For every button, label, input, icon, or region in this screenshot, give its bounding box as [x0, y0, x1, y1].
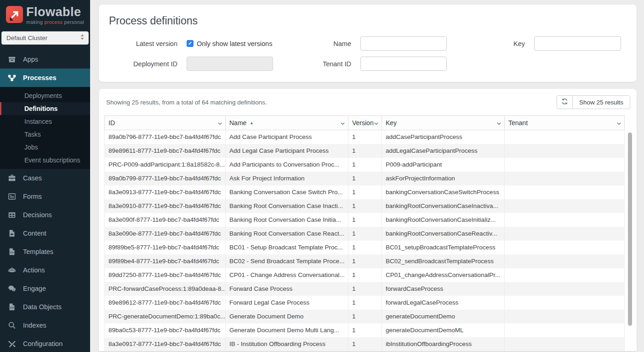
table-row[interactable]: 89dd7250-8777-11e9-bbc7-ba4fd4f67fdcCP01…	[105, 268, 625, 282]
cell-version[interactable]: 1	[348, 144, 382, 158]
sidebar-subitem-deployments[interactable]: Deployments	[0, 89, 90, 102]
cell-id[interactable]: 89ba0c53-8777-11e9-bbc7-ba4fd4f67fdc	[105, 323, 226, 337]
table-row[interactable]: PRC-generateDocumentDemo:1:89ba0c...Gene…	[105, 310, 625, 323]
sidebar-item-cases[interactable]: Cases	[0, 169, 90, 187]
column-header-id[interactable]: ID	[105, 116, 226, 130]
cell-tenant[interactable]	[505, 172, 625, 185]
cell-tenant[interactable]	[505, 268, 625, 282]
sidebar-item-configuration[interactable]: Configuration	[0, 335, 90, 352]
sidebar-subitem-tasks[interactable]: Tasks	[0, 128, 90, 141]
cell-version[interactable]: 1	[348, 241, 382, 254]
cell-version[interactable]: 1	[348, 282, 382, 296]
table-row[interactable]: 89f89be5-8777-11e9-bbc7-ba4fd4f67fdcBC01…	[105, 241, 625, 254]
cell-name[interactable]: Forward Case Process	[226, 282, 348, 296]
table-row[interactable]: PRC-P009-addParticipant:1:8a18582c-8...A…	[105, 158, 625, 172]
table-row[interactable]: 89ba0c53-8777-11e9-bbc7-ba4fd4f67fdcGene…	[105, 323, 625, 337]
cell-name[interactable]: IB - Institution Offboarding Process	[226, 337, 348, 351]
cell-version[interactable]: 1	[348, 199, 382, 213]
cell-tenant[interactable]	[505, 144, 625, 158]
cell-tenant[interactable]	[505, 337, 625, 351]
table-row[interactable]: 8a3e0913-8777-11e9-bbc7-ba4fd4f67fdcBank…	[105, 185, 625, 199]
cell-id[interactable]: PRC-P009-addParticipant:1:8a18582c-8...	[105, 158, 226, 172]
cell-name[interactable]: Add Participants to Conversation Proc...	[226, 158, 348, 172]
cell-name[interactable]: CP01 - Change Address Conversational...	[226, 268, 348, 282]
cell-tenant[interactable]	[505, 323, 625, 337]
cell-key[interactable]: addCaseParticipantProcess	[382, 130, 505, 144]
cell-name[interactable]: Banking Root Conversation Case Inacti...	[226, 199, 348, 213]
cell-id[interactable]: 8a3e0917-8777-11e9-bbc7-ba4fd4f67fdc	[105, 337, 226, 351]
cell-key[interactable]: BC02_sendBroadcastTemplateProcess	[382, 254, 505, 268]
cell-version[interactable]: 1	[348, 337, 382, 351]
cell-name[interactable]: Forward Legal Case Process	[226, 296, 348, 310]
cell-version[interactable]: 1	[348, 268, 382, 282]
refresh-button[interactable]	[557, 95, 573, 109]
cell-tenant[interactable]	[505, 282, 625, 296]
sidebar-item-indexes[interactable]: Indexes	[0, 316, 90, 335]
cell-id[interactable]: 8a3e0910-8777-11e9-bbc7-ba4fd4f67fdc	[105, 199, 226, 213]
table-row[interactable]: 8a3e0910-8777-11e9-bbc7-ba4fd4f67fdcBank…	[105, 199, 625, 213]
cell-version[interactable]: 1	[348, 185, 382, 199]
cell-tenant[interactable]	[505, 241, 625, 254]
cell-key[interactable]: forwardLegalCaseProcess	[382, 296, 505, 310]
show-results-button[interactable]: Show 25 results	[572, 95, 630, 109]
cell-id[interactable]: 89f89be4-8777-11e9-bbc7-ba4fd4f67fdc	[105, 254, 226, 268]
key-input[interactable]	[534, 36, 621, 51]
name-input[interactable]	[360, 36, 447, 51]
cell-name[interactable]: Generate Document Demo	[226, 310, 348, 323]
cell-id[interactable]: 89a0b799-8777-11e9-bbc7-ba4fd4f67fdc	[105, 172, 226, 185]
latest-version-checkbox[interactable]: ✓	[187, 40, 194, 47]
cell-name[interactable]: Generate Document Demo Multi Lang...	[226, 323, 348, 337]
cell-id[interactable]: 89dd7250-8777-11e9-bbc7-ba4fd4f67fdc	[105, 268, 226, 282]
column-header-key[interactable]: Key	[382, 116, 505, 130]
cell-tenant[interactable]	[505, 213, 625, 227]
sidebar-item-actions[interactable]: Actions	[0, 261, 90, 279]
sidebar-item-data-objects[interactable]: Data Objects	[0, 298, 90, 316]
column-header-name[interactable]: Name▲	[226, 116, 348, 130]
sidebar-item-content[interactable]: Content	[0, 224, 90, 242]
table-row[interactable]: 89a0b796-8777-11e9-bbc7-ba4fd4f67fdcAdd …	[105, 130, 625, 144]
cell-tenant[interactable]	[505, 185, 625, 199]
cell-tenant[interactable]	[505, 227, 625, 241]
cell-id[interactable]: 8a3e0913-8777-11e9-bbc7-ba4fd4f67fdc	[105, 185, 226, 199]
cell-name[interactable]: Ask For Project Information	[226, 172, 348, 185]
cell-key[interactable]: bankingConversationCaseSwitchProcess	[382, 185, 505, 199]
cell-name[interactable]: Add Case Participant Process	[226, 130, 348, 144]
cell-key[interactable]: bankingRootConversationCaseReactiv...	[382, 227, 505, 241]
cell-version[interactable]: 1	[348, 227, 382, 241]
cell-key[interactable]: askForProjectInformation	[382, 172, 505, 185]
cell-tenant[interactable]	[505, 199, 625, 213]
cell-key[interactable]: bankingRootConversationCaseInactiva...	[382, 199, 505, 213]
cell-id[interactable]: 8a3e090f-8777-11e9-bbc7-ba4fd4f67fdc	[105, 213, 226, 227]
cell-name[interactable]: BC02 - Send Broadcast Template Proce...	[226, 254, 348, 268]
cell-key[interactable]: ibInstitutionOffboardingProcess	[382, 337, 505, 351]
cell-name[interactable]: Banking Root Conversation Case Initia...	[226, 213, 348, 227]
cell-id[interactable]: PRC-forwardCaseProcess:1:89a0deaa-8...	[105, 282, 226, 296]
cell-id[interactable]: 89e89611-8777-11e9-bbc7-ba4fd4f67fdc	[105, 144, 226, 158]
cell-key[interactable]: forwardCaseProcess	[382, 282, 505, 296]
sidebar-item-apps[interactable]: Apps	[0, 50, 90, 69]
sidebar-item-engage[interactable]: Engage	[0, 279, 90, 298]
tenant-id-input[interactable]	[360, 57, 447, 71]
sidebar-item-processes[interactable]: Processes	[0, 69, 90, 87]
cell-key[interactable]: BC01_setupBroadcastTemplateProcess	[382, 241, 505, 254]
table-row[interactable]: 89e89611-8777-11e9-bbc7-ba4fd4f67fdcAdd …	[105, 144, 625, 158]
cluster-select[interactable]: Default Cluster	[1, 31, 89, 45]
table-row[interactable]: 89f89be4-8777-11e9-bbc7-ba4fd4f67fdcBC02…	[105, 254, 625, 268]
cell-tenant[interactable]	[505, 296, 625, 310]
cell-version[interactable]: 1	[348, 254, 382, 268]
cell-version[interactable]: 1	[348, 158, 382, 172]
cell-key[interactable]: addLegalCaseParticipantProcess	[382, 144, 505, 158]
table-row[interactable]: 89e89612-8777-11e9-bbc7-ba4fd4f67fdcForw…	[105, 296, 625, 310]
column-header-tenant[interactable]: Tenant	[505, 116, 625, 130]
table-scrollbar-thumb[interactable]	[628, 133, 632, 326]
cell-name[interactable]: Add Legal Case Participant Process	[226, 144, 348, 158]
cell-tenant[interactable]	[505, 254, 625, 268]
cell-id[interactable]: 89a0b796-8777-11e9-bbc7-ba4fd4f67fdc	[105, 130, 226, 144]
table-row[interactable]: 89a0b799-8777-11e9-bbc7-ba4fd4f67fdcAsk …	[105, 172, 625, 185]
cell-tenant[interactable]	[505, 158, 625, 172]
table-row[interactable]: 8a3e090e-8777-11e9-bbc7-ba4fd4f67fdcBank…	[105, 227, 625, 241]
cell-id[interactable]: 89f89be5-8777-11e9-bbc7-ba4fd4f67fdc	[105, 241, 226, 254]
cell-tenant[interactable]	[505, 310, 625, 323]
cell-name[interactable]: Banking Conversation Case Switch Pro...	[226, 185, 348, 199]
column-header-version[interactable]: Version	[348, 116, 382, 130]
